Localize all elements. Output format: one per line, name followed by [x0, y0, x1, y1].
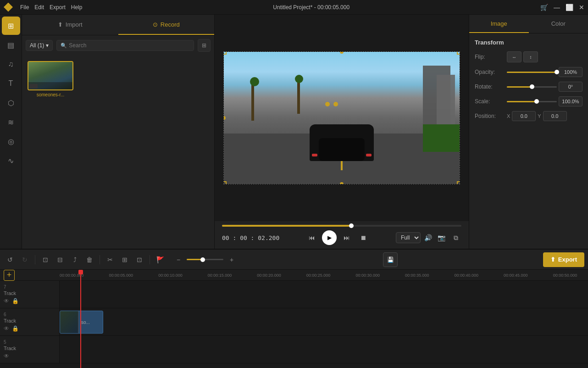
delete-button[interactable]: 🗑 [83, 253, 96, 266]
flip-vertical-button[interactable]: ↕ [523, 51, 538, 62]
detach-audio-button[interactable]: ⤴ [68, 253, 81, 266]
sidebar-item-home[interactable]: ⊞ [2, 17, 20, 35]
sidebar-item-filters[interactable]: ◎ [2, 132, 20, 151]
filter-label: All (1) [30, 42, 44, 49]
progress-handle[interactable] [349, 223, 354, 228]
menu-file[interactable]: File [20, 4, 29, 11]
add-track-button[interactable]: + [4, 270, 15, 281]
export-button[interactable]: ⬆ Export [543, 252, 584, 267]
volume-button[interactable]: 🔊 [424, 234, 432, 241]
track-lock-6[interactable]: 🔒 [12, 325, 19, 332]
close-button[interactable]: ✕ [579, 4, 584, 11]
track-num-5: 5 [4, 340, 55, 345]
zoom-in-button[interactable]: + [225, 253, 238, 266]
save-button[interactable]: 💾 [383, 252, 398, 267]
undo-button[interactable]: ↺ [4, 253, 17, 266]
playback-controls: 00 : 00 : 02.200 ⏮ ▶ ⏭ ⏹ Full 1/2 1/4 🔊 … [222, 230, 461, 245]
group-button[interactable]: ⊡ [39, 253, 52, 266]
ungroup-button[interactable]: ⊟ [54, 253, 67, 266]
sidebar-item-ai[interactable]: ∿ [2, 151, 20, 170]
resize-handle-br[interactable] [457, 181, 460, 184]
pip-button[interactable]: ⧉ [450, 232, 461, 243]
sidebar-item-media[interactable]: ▤ [2, 36, 20, 54]
track-visibility-6[interactable]: 👁 [4, 325, 9, 332]
track-clip-6-0[interactable]: so... [60, 311, 103, 334]
position-handle-1[interactable] [325, 102, 330, 106]
sidebar-item-audio[interactable]: ♫ [2, 55, 20, 73]
audio-clip-button[interactable]: ⊡ [133, 253, 146, 266]
menu-edit[interactable]: Edit [34, 4, 44, 11]
record-icon: ⊙ [153, 21, 158, 28]
resize-handle-bottom[interactable] [340, 182, 344, 184]
track-lock-7[interactable]: 🔒 [12, 298, 19, 304]
stop-button[interactable]: ⏹ [357, 231, 370, 244]
scale-thumb[interactable] [534, 99, 539, 104]
zoom-out-button[interactable]: − [172, 253, 185, 266]
rotate-slider[interactable] [507, 86, 557, 88]
maximize-button[interactable]: ⬜ [566, 4, 573, 11]
position-handle-2[interactable] [333, 102, 338, 106]
opacity-thumb[interactable] [555, 70, 559, 74]
resize-handle-tr[interactable] [457, 51, 460, 55]
minimize-button[interactable]: — [554, 4, 560, 11]
resolution-select[interactable]: Full 1/2 1/4 [396, 232, 421, 243]
redo-button[interactable]: ↻ [18, 253, 31, 266]
flip-horizontal-button[interactable]: ↔ [507, 51, 521, 62]
search-input[interactable] [69, 42, 190, 49]
timeline-body: + 00:00:00.000 00:00:05.000 00:00:10.000… [0, 270, 588, 368]
crop-button[interactable]: ⊞ [118, 253, 131, 266]
track-content-6: so... [60, 308, 588, 335]
import-icon: ⬆ [58, 21, 63, 28]
media-tabs: ⬆ Import ⊙ Record [22, 15, 214, 35]
progress-bar[interactable] [222, 225, 461, 227]
sidebar-item-transitions[interactable]: ≋ [2, 113, 20, 131]
track-header-6: 6 Track 👁 🔒 [0, 308, 60, 335]
media-search-box[interactable]: 🔍 [56, 40, 194, 51]
sidebar-item-effects[interactable]: ⬡ [2, 94, 20, 112]
cut-button[interactable]: ✂ [104, 253, 116, 266]
media-content-area: someones-r... [22, 56, 214, 249]
rotate-label: Rotate: [475, 84, 507, 90]
sidebar-item-text[interactable]: T [2, 74, 20, 93]
tab-record[interactable]: ⊙ Record [118, 15, 215, 35]
resize-handle-tl[interactable] [223, 51, 227, 55]
scale-slider[interactable] [507, 101, 557, 102]
tab-color[interactable]: Color [529, 15, 588, 33]
menu-help[interactable]: Help [71, 4, 83, 11]
track-visibility-5[interactable]: 👁 [4, 353, 9, 359]
media-item[interactable]: someones-r... [28, 61, 73, 97]
play-button[interactable]: ▶ [322, 230, 337, 245]
zoom-slider[interactable] [187, 259, 223, 260]
clip-thumbnail [60, 311, 78, 333]
right-panel: Image Color Transform Flip: ↔ ↕ O [469, 15, 588, 249]
grid-view-button[interactable]: ⊞ [198, 39, 211, 52]
media-thumbnail [28, 61, 73, 90]
tab-import[interactable]: ⬆ Import [22, 15, 118, 35]
rotate-thumb[interactable] [530, 84, 534, 89]
video-frame [223, 51, 460, 184]
cart-icon[interactable]: 🛒 [540, 4, 548, 11]
forward-button[interactable]: ⏭ [340, 231, 353, 244]
position-y-input[interactable]: 0.0 [543, 111, 567, 121]
opacity-row: Opacity: 100% [475, 67, 582, 77]
scale-value[interactable]: 100.0% [559, 96, 582, 106]
track-row-5: 5 Track 👁 [0, 336, 588, 363]
track-visibility-7[interactable]: 👁 [4, 298, 9, 304]
position-x-input[interactable]: 0.0 [512, 111, 536, 121]
menu-export[interactable]: Export [50, 4, 66, 11]
media-filter-dropdown[interactable]: All (1) ▾ [26, 40, 53, 51]
opacity-slider[interactable] [507, 72, 557, 73]
opacity-value[interactable]: 100% [559, 67, 582, 77]
rewind-button[interactable]: ⏮ [305, 231, 318, 244]
resize-handle-bl[interactable] [223, 181, 227, 184]
track-name-7: Track [4, 290, 55, 296]
rotate-value[interactable]: 0° [559, 82, 582, 92]
track-content-5 [60, 336, 588, 363]
ruler-mark-3: 00:00:15.000 [208, 273, 232, 278]
filter-chevron-icon: ▾ [46, 42, 49, 49]
screenshot-button[interactable]: 📷 [436, 232, 447, 243]
marker-button[interactable]: 🚩 [154, 253, 166, 266]
zoom-thumb[interactable] [200, 257, 205, 262]
opacity-control: 100% [507, 67, 582, 77]
tab-image[interactable]: Image [469, 15, 529, 33]
